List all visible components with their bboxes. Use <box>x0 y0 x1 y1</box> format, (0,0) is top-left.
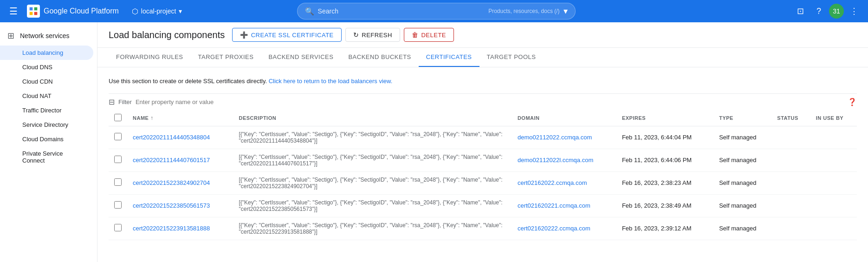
sidebar-item-load-balancing[interactable]: Load balancing <box>0 46 93 60</box>
load-balancing-label: Load balancing <box>22 49 63 56</box>
row-checkbox-1[interactable] <box>114 156 122 163</box>
filter-help-icon[interactable]: ❓ <box>848 98 857 106</box>
row-inuse-2 <box>810 171 857 194</box>
tab-backend-services[interactable]: Backend Services <box>261 48 341 67</box>
row-name-3: cert20220215223850561573 <box>127 194 233 217</box>
cert-link-2[interactable]: cert20220215223824902704 <box>133 179 210 186</box>
col-status: Status <box>771 110 810 126</box>
filter-input[interactable] <box>136 98 844 105</box>
table-row: cert20220215223913581888 [{"Key": "CertI… <box>109 217 857 240</box>
refresh-button[interactable]: ↻ Refresh <box>345 28 400 42</box>
content-area: Use this section to create or delete SSL… <box>97 67 868 249</box>
sidebar-item-cloud-nat[interactable]: Cloud NAT <box>0 89 93 103</box>
row-checkbox-cell <box>109 171 127 194</box>
row-expires-1: Feb 11, 2023, 6:44:06 PM <box>616 149 713 171</box>
sort-name-icon: ↑ <box>150 115 154 121</box>
cert-link-3[interactable]: cert20220215223850561573 <box>133 202 210 209</box>
row-inuse-4 <box>810 217 857 240</box>
col-name[interactable]: Name ↑ <box>127 110 233 126</box>
delete-label: Delete <box>421 32 446 39</box>
cloud-nat-label: Cloud NAT <box>22 92 52 99</box>
sidebar-item-cloud-dns[interactable]: Cloud DNS <box>0 60 93 74</box>
search-label: Search <box>318 7 485 15</box>
create-icon: ➕ <box>240 31 248 39</box>
row-type-0: Self managed <box>713 126 771 149</box>
help-icon-btn[interactable]: ? <box>810 3 827 20</box>
sidebar-section-header[interactable]: ⊞ Network services <box>0 26 97 46</box>
row-checkbox-cell <box>109 149 127 171</box>
row-desc-1: [{"Key": "CertIssuer", "Value": "Sectigo… <box>233 149 512 171</box>
cert-link-1[interactable]: cert20220211144407601517 <box>133 157 210 164</box>
traffic-director-label: Traffic Director <box>22 107 62 114</box>
row-inuse-1 <box>810 149 857 171</box>
cloud-domains-label: Cloud Domains <box>22 136 64 143</box>
create-ssl-button[interactable]: ➕ Create SSL Certificate <box>232 28 342 42</box>
project-name: local-project <box>141 7 176 15</box>
svg-rect-2 <box>30 12 33 15</box>
sidebar-item-service-directory[interactable]: Service Directory <box>0 118 93 132</box>
row-name-2: cert20220215223824902704 <box>127 171 233 194</box>
cert-link-0[interactable]: cert20220211144405348804 <box>133 134 210 141</box>
row-status-3 <box>771 194 810 217</box>
sidebar-section-title: Network services <box>20 32 70 39</box>
delete-button[interactable]: 🗑 Delete <box>404 28 454 42</box>
project-dropdown-icon: ▾ <box>179 7 182 15</box>
row-expires-3: Feb 16, 2023, 2:38:49 AM <box>616 194 713 217</box>
row-checkbox-cell <box>109 194 127 217</box>
col-type: Type <box>713 110 771 126</box>
header-actions: ➕ Create SSL Certificate ↻ Refresh 🗑 Del… <box>232 28 454 42</box>
info-link[interactable]: Click here to return to the load balance… <box>269 78 393 85</box>
row-checkbox-0[interactable] <box>114 133 122 140</box>
more-options-icon-btn[interactable]: ⋮ <box>846 3 862 20</box>
refresh-label: Refresh <box>362 32 392 39</box>
row-domain-2: cert02162022.ccmqa.com <box>512 171 616 194</box>
search-expand-icon: ▾ <box>564 6 568 16</box>
page-layout: ⊞ Network services Load balancing Cloud … <box>0 22 868 262</box>
col-domain: Domain <box>512 110 616 126</box>
filter-label: Filter <box>118 98 132 105</box>
cloud-cdn-label: Cloud CDN <box>22 78 53 85</box>
col-expires: Expires <box>616 110 713 126</box>
search-bar[interactable]: 🔍 Search Products, resources, docs (/) ▾ <box>297 3 576 20</box>
row-checkbox-2[interactable] <box>114 178 122 186</box>
user-avatar[interactable]: 31 <box>829 4 844 19</box>
tab-forwarding-rules[interactable]: Forwarding Rules <box>109 48 191 67</box>
delete-icon: 🗑 <box>412 31 419 39</box>
row-status-4 <box>771 217 810 240</box>
tab-target-proxies[interactable]: Target Proxies <box>191 48 261 67</box>
row-inuse-0 <box>810 126 857 149</box>
menu-icon[interactable]: ☰ <box>6 2 21 20</box>
tab-target-pools[interactable]: Target Pools <box>479 48 544 67</box>
service-directory-label: Service Directory <box>22 121 68 128</box>
main-content: Load balancing components ➕ Create SSL C… <box>97 22 868 262</box>
certificates-table-container: Name ↑ Description Domain Expires Type S… <box>109 110 857 240</box>
tab-certificates[interactable]: Certificates <box>419 48 479 67</box>
col-in-use-by: In use by <box>810 110 857 126</box>
create-ssl-label: Create SSL Certificate <box>251 32 334 39</box>
refresh-icon: ↻ <box>353 31 359 39</box>
support-icon-btn[interactable]: ⊡ <box>792 3 809 20</box>
row-checkbox-4[interactable] <box>114 224 122 231</box>
row-domain-0: demo02112022.ccmqa.com <box>512 126 616 149</box>
svg-rect-3 <box>34 12 38 15</box>
col-description: Description <box>233 110 512 126</box>
row-status-0 <box>771 126 810 149</box>
sidebar-item-cloud-cdn[interactable]: Cloud CDN <box>0 74 93 89</box>
row-inuse-3 <box>810 194 857 217</box>
row-expires-2: Feb 16, 2023, 2:38:23 AM <box>616 171 713 194</box>
col-name-label: Name <box>133 115 149 121</box>
cert-link-4[interactable]: cert20220215223913581888 <box>133 225 210 232</box>
sidebar-item-private-service-connect[interactable]: Private Service Connect <box>0 146 93 168</box>
sidebar-item-traffic-director[interactable]: Traffic Director <box>0 103 93 118</box>
project-icon: ⬡ <box>132 7 138 16</box>
project-selector[interactable]: ⬡ local-project ▾ <box>128 5 186 18</box>
topbar: ☰ Google Cloud Platform ⬡ local-project … <box>0 0 868 22</box>
cloud-dns-label: Cloud DNS <box>22 64 52 71</box>
row-checkbox-3[interactable] <box>114 201 122 209</box>
tab-backend-buckets[interactable]: Backend Buckets <box>341 48 418 67</box>
sidebar-item-cloud-domains[interactable]: Cloud Domains <box>0 132 93 146</box>
page-title: Load balancing components <box>109 30 225 40</box>
filter-icon: ⊟ <box>109 98 115 106</box>
topbar-right: ⊡ ? 31 ⋮ <box>792 3 862 20</box>
select-all-checkbox[interactable] <box>114 114 122 121</box>
